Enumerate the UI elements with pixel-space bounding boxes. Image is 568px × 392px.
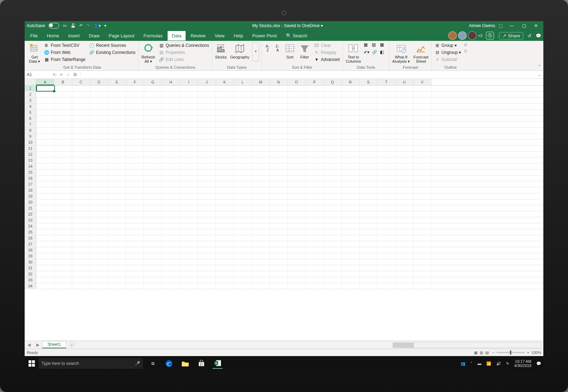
cell[interactable]	[234, 104, 252, 109]
cell[interactable]	[54, 199, 72, 205]
row-header[interactable]: 30	[25, 259, 36, 265]
cell[interactable]	[270, 205, 288, 211]
cell[interactable]	[126, 181, 144, 187]
cell[interactable]	[72, 205, 90, 211]
cell[interactable]	[324, 92, 342, 97]
cell[interactable]	[216, 265, 234, 271]
cell[interactable]	[395, 247, 413, 253]
cell[interactable]	[306, 175, 324, 181]
cell[interactable]	[395, 277, 413, 283]
cell[interactable]	[180, 253, 198, 259]
cell[interactable]	[252, 86, 270, 91]
cell[interactable]	[270, 229, 288, 235]
cell[interactable]	[360, 169, 377, 175]
cell[interactable]	[162, 277, 180, 283]
cell[interactable]	[36, 235, 54, 241]
cell[interactable]	[162, 229, 180, 235]
cell[interactable]	[413, 139, 431, 145]
cell[interactable]	[306, 151, 324, 157]
cell[interactable]	[324, 127, 342, 133]
cell[interactable]	[108, 265, 126, 271]
cell[interactable]	[360, 211, 377, 217]
cell[interactable]	[288, 259, 306, 265]
cell[interactable]	[108, 217, 126, 223]
cell[interactable]	[180, 229, 198, 235]
row-header[interactable]: 7	[25, 122, 36, 127]
cell[interactable]	[360, 187, 377, 193]
cell[interactable]	[90, 133, 108, 139]
cell[interactable]	[72, 110, 90, 115]
reapply-button[interactable]: ↻Reapply	[313, 49, 340, 56]
cell[interactable]	[72, 92, 90, 97]
cell[interactable]	[252, 104, 270, 109]
row-header[interactable]: 21	[25, 205, 36, 211]
cell[interactable]	[252, 199, 270, 205]
cell[interactable]	[306, 157, 324, 163]
cell[interactable]	[288, 98, 306, 103]
cell[interactable]	[162, 122, 180, 127]
cell[interactable]	[108, 163, 126, 169]
cell[interactable]	[54, 241, 72, 247]
cell[interactable]	[306, 235, 324, 241]
cell[interactable]	[288, 151, 306, 157]
cell[interactable]	[288, 223, 306, 229]
cell[interactable]	[144, 86, 162, 91]
cell[interactable]	[144, 116, 162, 121]
consolidate-button[interactable]: ▩	[380, 42, 387, 49]
row-header[interactable]: 32	[25, 271, 36, 277]
cell[interactable]	[288, 133, 306, 139]
cell[interactable]	[162, 259, 180, 265]
cell[interactable]	[342, 187, 360, 193]
cell[interactable]	[198, 265, 216, 271]
cell[interactable]	[126, 241, 144, 247]
cell[interactable]	[72, 229, 90, 235]
cell[interactable]	[342, 86, 360, 91]
cell[interactable]	[54, 98, 72, 103]
start-button[interactable]	[27, 359, 37, 368]
cell[interactable]	[377, 193, 395, 199]
cell[interactable]	[413, 181, 431, 187]
cell[interactable]	[36, 133, 54, 139]
zoom-in-button[interactable]: +	[527, 350, 529, 355]
cell[interactable]	[216, 199, 234, 205]
cell[interactable]	[216, 98, 234, 103]
cell[interactable]	[377, 104, 395, 109]
cell[interactable]	[395, 217, 413, 223]
cell[interactable]	[306, 253, 324, 259]
cell[interactable]	[54, 265, 72, 271]
cell[interactable]	[234, 259, 252, 265]
cell[interactable]	[377, 175, 395, 181]
cell[interactable]	[216, 217, 234, 223]
presence-avatars[interactable]: +3	[448, 31, 482, 40]
cell[interactable]	[54, 133, 72, 139]
cell[interactable]	[180, 247, 198, 253]
cell[interactable]	[306, 104, 324, 109]
cell[interactable]	[180, 169, 198, 175]
cell[interactable]	[126, 110, 144, 115]
cell[interactable]	[108, 181, 126, 187]
cell[interactable]	[270, 127, 288, 133]
task-view-button[interactable]: ⧉	[148, 359, 158, 368]
cell[interactable]	[288, 247, 306, 253]
cell[interactable]	[270, 187, 288, 193]
cell[interactable]	[395, 133, 413, 139]
cell[interactable]	[54, 223, 72, 229]
cell[interactable]	[377, 151, 395, 157]
cell[interactable]	[342, 98, 360, 103]
cell[interactable]	[377, 199, 395, 205]
cell[interactable]	[198, 127, 216, 133]
cell[interactable]	[288, 181, 306, 187]
cell[interactable]	[360, 181, 377, 187]
row-header[interactable]: 16	[25, 175, 36, 181]
cell[interactable]	[90, 241, 108, 247]
user-qat-icon[interactable]: 👤▾	[93, 23, 101, 28]
cell[interactable]	[126, 223, 144, 229]
cell[interactable]	[72, 253, 90, 259]
cell[interactable]	[377, 271, 395, 277]
cell[interactable]	[180, 157, 198, 163]
cell[interactable]	[288, 169, 306, 175]
excel-taskbar-icon[interactable]: X	[213, 358, 223, 369]
volume-icon[interactable]: 🔊	[496, 361, 501, 366]
cell[interactable]	[395, 127, 413, 133]
cell[interactable]	[216, 211, 234, 217]
